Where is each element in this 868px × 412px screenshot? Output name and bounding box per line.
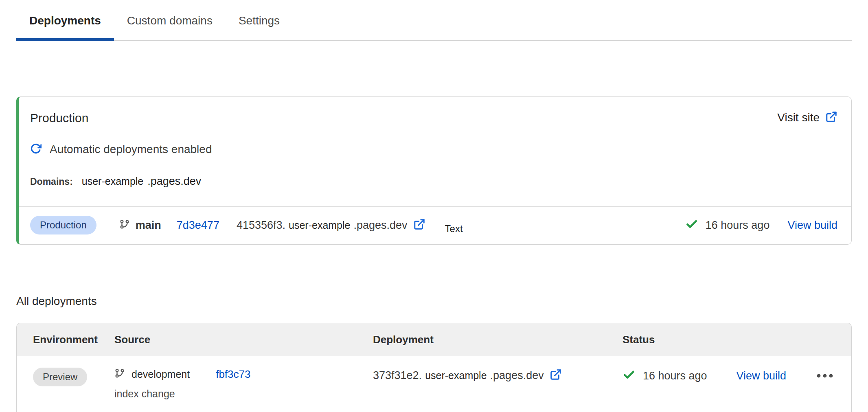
- commit-message: index change: [114, 387, 373, 400]
- tab-settings[interactable]: Settings: [226, 14, 293, 41]
- deployment-time: 16 hours ago: [643, 370, 707, 382]
- branch-name: main: [136, 219, 161, 232]
- commit-link[interactable]: fbf3c73: [216, 368, 250, 381]
- deployment-url-prefix: 415356f3.: [237, 219, 285, 232]
- production-card: Production Visit site Automatic deployme…: [16, 96, 852, 245]
- status-cell: 16 hours ago View build: [623, 367, 835, 383]
- branch-name: development: [132, 368, 190, 380]
- deployments-table: Environment Source Deployment Status Pre…: [16, 323, 852, 412]
- deployment-url-project: user-example: [289, 219, 350, 231]
- external-link-icon[interactable]: [413, 218, 425, 232]
- environment-badge: Preview: [33, 368, 87, 386]
- table-header: Environment Source Deployment Status: [17, 323, 851, 356]
- deployment-cell: 373f31e2. user-example .pages.dev: [373, 367, 623, 382]
- success-check-icon: [685, 218, 698, 232]
- external-link-icon: [825, 111, 837, 125]
- status-time-group: 16 hours ago: [685, 218, 770, 232]
- visit-site-link[interactable]: Visit site: [777, 111, 837, 125]
- domains-value: user-example.pages.dev: [82, 175, 202, 188]
- deployment-url: 415356f3. user-example .pages.dev: [237, 218, 425, 232]
- git-branch-icon: [114, 368, 125, 380]
- environment-badge: Production: [30, 216, 96, 234]
- column-environment: Environment: [33, 333, 114, 346]
- tab-custom-domains[interactable]: Custom domains: [114, 14, 226, 41]
- column-deployment: Deployment: [373, 333, 623, 346]
- more-options-icon[interactable]: [815, 369, 834, 382]
- external-link-icon[interactable]: [550, 368, 562, 382]
- domains-row: Domains: user-example.pages.dev: [30, 175, 837, 188]
- column-status: Status: [623, 333, 835, 346]
- production-row-status: 16 hours ago View build: [685, 218, 837, 232]
- tab-deployments[interactable]: Deployments: [16, 14, 114, 41]
- environment-cell: Preview: [33, 367, 114, 386]
- deployment-url-project: user-example: [425, 370, 487, 381]
- commit-link[interactable]: 7d3e477: [177, 219, 219, 232]
- refresh-icon: [30, 143, 42, 156]
- success-check-icon: [623, 368, 636, 383]
- deployment-url: 373f31e2. user-example .pages.dev: [373, 368, 623, 382]
- auto-deployments-row: Automatic deployments enabled: [30, 142, 837, 156]
- git-branch-icon: [119, 219, 130, 231]
- domain-suffix: .pages.dev: [147, 175, 201, 187]
- deployment-url-suffix: .pages.dev: [353, 219, 407, 232]
- production-deployment-row: Production main 7d3e477 415356f3. user-e…: [19, 206, 851, 244]
- branch-group: main: [119, 219, 161, 232]
- column-source: Source: [114, 333, 373, 346]
- domain-project-name: user-example: [82, 175, 143, 187]
- view-build-link[interactable]: View build: [787, 219, 837, 232]
- tab-bar: Deployments Custom domains Settings: [16, 0, 852, 41]
- view-build-link[interactable]: View build: [736, 370, 787, 382]
- domains-label: Domains:: [30, 176, 73, 187]
- deployment-url-suffix: .pages.dev: [490, 369, 544, 382]
- status-time-group: 16 hours ago: [623, 368, 707, 383]
- visit-site-label: Visit site: [777, 111, 820, 124]
- deployment-time: 16 hours ago: [706, 219, 770, 232]
- auto-deployments-text: Automatic deployments enabled: [50, 143, 212, 156]
- all-deployments-heading: All deployments: [16, 294, 852, 308]
- table-row: Preview development fbf3c73 index change…: [17, 356, 851, 412]
- deployment-url-prefix: 373f31e2.: [373, 369, 422, 382]
- production-card-title: Production: [30, 111, 88, 125]
- source-cell: development fbf3c73 index change: [114, 367, 373, 400]
- text-annotation: Text: [445, 223, 463, 234]
